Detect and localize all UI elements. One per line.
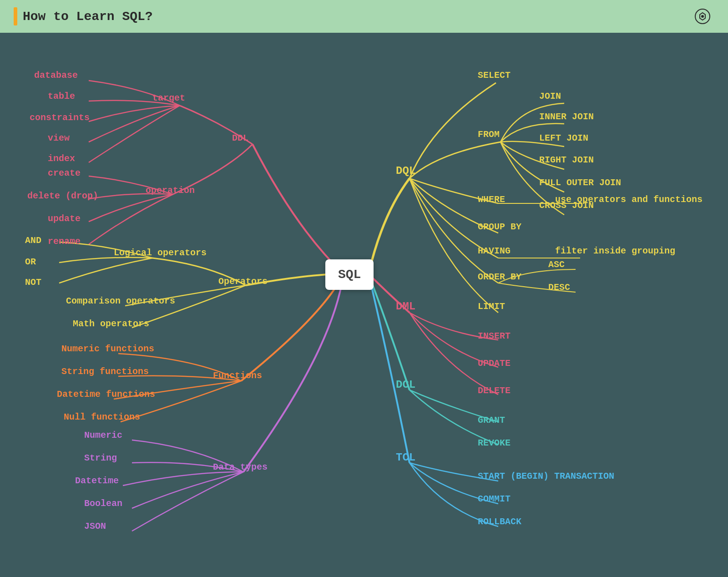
node-join: JOIN bbox=[539, 91, 561, 101]
node-datetime-dt: Datetime bbox=[75, 476, 119, 486]
node-ddl: DDL bbox=[232, 133, 248, 143]
node-start-transaction: START (BEGIN) TRANSACTION bbox=[478, 471, 614, 481]
node-insert: INSERT bbox=[478, 331, 511, 341]
node-revoke: REVOKE bbox=[478, 438, 511, 448]
node-right-join: RIGHT JOIN bbox=[539, 155, 594, 165]
node-and: AND bbox=[25, 235, 41, 246]
node-from: FROM bbox=[478, 129, 500, 140]
node-json-dt: JSON bbox=[84, 521, 106, 531]
node-asc: ASC bbox=[548, 259, 565, 270]
center-node: SQL bbox=[325, 259, 374, 290]
logo-icon bbox=[694, 8, 711, 25]
header-accent bbox=[14, 7, 17, 25]
node-string-dt: String bbox=[84, 453, 117, 463]
logo bbox=[694, 8, 714, 25]
node-index: index bbox=[48, 153, 75, 164]
node-dql: DQL bbox=[396, 165, 415, 177]
node-rename: rename bbox=[48, 236, 81, 247]
header-left: How to Learn SQL? bbox=[14, 7, 153, 25]
node-logical: Logical operators bbox=[114, 248, 207, 258]
node-database: database bbox=[34, 70, 78, 81]
node-inner-join: INNER JOIN bbox=[539, 111, 594, 122]
node-desc: DESC bbox=[548, 282, 570, 293]
node-null-func: Null functions bbox=[64, 412, 140, 422]
node-numeric-dt: Numeric bbox=[84, 430, 122, 440]
node-update-dml: UPDATE bbox=[478, 358, 511, 369]
node-table: table bbox=[48, 91, 75, 101]
node-numeric-func: Numeric functions bbox=[61, 344, 154, 354]
node-limit: LIMIT bbox=[478, 301, 505, 312]
node-grant: GRANT bbox=[478, 415, 505, 425]
node-tcl: TCL bbox=[396, 451, 415, 464]
node-group-by: GROUP BY bbox=[478, 222, 521, 232]
node-order-by: ORDER BY bbox=[478, 272, 521, 282]
node-not: NOT bbox=[25, 277, 41, 288]
node-commit: COMMIT bbox=[478, 494, 511, 504]
node-select: SELECT bbox=[478, 70, 511, 81]
node-delete: DELETE bbox=[478, 385, 511, 396]
node-math: Math operators bbox=[73, 319, 149, 329]
node-target: target bbox=[152, 93, 185, 103]
node-boolean-dt: Boolean bbox=[84, 498, 122, 509]
node-full-outer-join: FULL OUTER JOIN bbox=[539, 177, 621, 188]
node-where: WHERE bbox=[478, 194, 505, 205]
node-datatypes: Data types bbox=[213, 462, 268, 472]
node-dml: DML bbox=[396, 300, 415, 313]
node-or: OR bbox=[25, 257, 36, 267]
node-having: HAVING bbox=[478, 246, 511, 256]
node-comparison: Comparison operators bbox=[66, 296, 175, 306]
node-dcl: DCL bbox=[396, 379, 415, 391]
node-create: create bbox=[48, 168, 81, 178]
node-functions: Functions bbox=[213, 370, 262, 381]
node-filter-grouping: filter inside grouping bbox=[555, 246, 675, 256]
svg-point-1 bbox=[701, 15, 704, 18]
canvas: SQL DDL target database table constraint… bbox=[0, 33, 728, 577]
node-update: update bbox=[48, 213, 81, 224]
node-use-operators: use operators and functions bbox=[555, 194, 703, 205]
node-operation: operation bbox=[146, 185, 195, 196]
node-operators: Operators bbox=[218, 276, 268, 287]
node-constraints: constraints bbox=[30, 112, 90, 123]
header: How to Learn SQL? bbox=[0, 0, 728, 33]
center-label: SQL bbox=[338, 268, 361, 282]
node-rollback: ROLLBACK bbox=[478, 516, 521, 527]
page-title: How to Learn SQL? bbox=[23, 10, 153, 24]
node-left-join: LEFT JOIN bbox=[539, 133, 588, 143]
node-string-func: String functions bbox=[61, 366, 149, 377]
node-datetime-func: Datetime functions bbox=[57, 389, 155, 400]
node-delete-drop: delete (drop) bbox=[27, 191, 98, 201]
node-view: view bbox=[48, 133, 70, 143]
